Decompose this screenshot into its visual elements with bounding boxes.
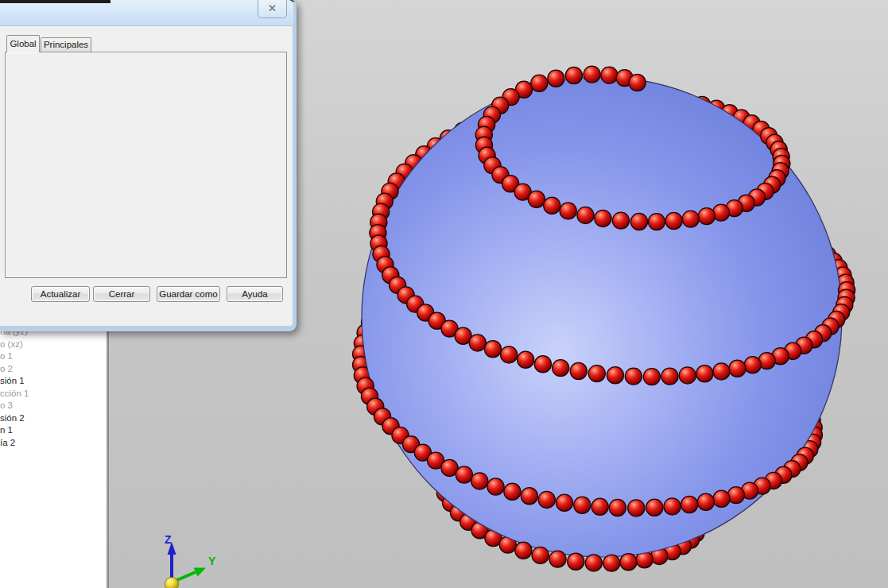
- spiral-bead: [713, 363, 730, 380]
- spiral-bead: [595, 210, 611, 226]
- spiral-bead: [532, 547, 549, 563]
- ayuda-button[interactable]: Ayuda: [227, 286, 283, 302]
- spiral-bead: [696, 366, 713, 382]
- spiral-bead: [630, 213, 647, 230]
- z-axis-label: Z: [165, 533, 172, 546]
- dialog-title-bar[interactable]: ✕: [0, 0, 293, 26]
- spiral-bead: [456, 466, 472, 483]
- spiral-bead: [607, 367, 623, 384]
- spiral-bead: [679, 367, 696, 384]
- spiral-bead: [681, 496, 698, 513]
- spiral-bead: [620, 554, 637, 571]
- guardar-como-button[interactable]: Guardar como: [157, 286, 220, 302]
- spiral-bead: [585, 555, 602, 571]
- spiral-bead: [729, 360, 746, 377]
- spiral-bead: [574, 497, 591, 513]
- spiral-bead: [713, 490, 730, 507]
- spiral-bead: [603, 555, 620, 571]
- spiral-bead: [584, 66, 600, 83]
- spiral-bead: [549, 551, 566, 567]
- orientation-triad: Z Y: [165, 533, 216, 588]
- spiral-bead: [531, 75, 548, 91]
- tab-global[interactable]: Global: [6, 35, 40, 52]
- spiral-bead: [665, 212, 682, 229]
- spiral-bead: [601, 67, 618, 83]
- spiral-bead: [612, 212, 629, 229]
- spiral-bead: [570, 362, 587, 379]
- spiral-bead: [515, 542, 532, 559]
- cerrar-button[interactable]: Cerrar: [93, 286, 150, 302]
- tab-page-global: [5, 52, 287, 278]
- spiral-bead: [727, 487, 744, 504]
- spiral-bead: [565, 67, 582, 83]
- spiral-bead: [548, 70, 564, 87]
- tree-item[interactable]: sión 1: [0, 375, 107, 388]
- spiral-bead: [484, 341, 501, 358]
- spiral-bead: [629, 74, 646, 91]
- tree-item[interactable]: o 1: [0, 350, 107, 363]
- tree-item[interactable]: ía 2: [0, 437, 107, 450]
- spiral-bead: [568, 553, 584, 570]
- spiral-bead: [697, 493, 714, 510]
- actualizar-button[interactable]: Actualizar: [31, 286, 90, 302]
- tab-principales[interactable]: Principales: [41, 37, 91, 52]
- spiral-bead: [643, 369, 660, 385]
- spiral-bead: [538, 491, 555, 508]
- spiral-bead: [504, 483, 521, 500]
- tree-item[interactable]: o 2: [0, 363, 107, 376]
- spiral-bead: [469, 335, 486, 351]
- spiral-bead: [518, 351, 534, 368]
- spiral-bead: [560, 203, 576, 219]
- y-axis-label: Y: [208, 555, 216, 567]
- spiral-bead: [588, 366, 605, 382]
- spiral-bead: [471, 473, 488, 489]
- spiral-bead: [664, 498, 681, 515]
- tree-item[interactable]: sión 2: [0, 412, 107, 425]
- spiral-bead: [501, 346, 518, 363]
- tree-item[interactable]: cción 1: [0, 388, 107, 400]
- spiral-bead: [661, 368, 678, 385]
- spiral-bead: [556, 494, 572, 511]
- spiral-bead: [577, 207, 594, 223]
- spiral-bead: [534, 356, 551, 373]
- origin-ball: [165, 578, 179, 588]
- spiral-bead: [544, 197, 560, 214]
- spiral-bead: [591, 498, 608, 515]
- spiral-bead: [553, 360, 569, 377]
- application-window: Z Y na (yz) o (xz) o 1 o 2 sión 1 cción …: [0, 0, 888, 588]
- top-edge-strip: [0, 0, 111, 3]
- spiral-bead: [698, 208, 715, 225]
- spiral-bead: [628, 500, 645, 516]
- spiral-bead: [648, 214, 665, 230]
- close-button[interactable]: ✕: [258, 0, 287, 18]
- spiral-bead: [521, 488, 537, 505]
- tree-item[interactable]: o 3: [0, 400, 107, 412]
- spiral-bead: [487, 478, 504, 495]
- tree-item[interactable]: o (xz): [0, 338, 107, 351]
- spiral-bead: [625, 368, 642, 385]
- spiral-bead: [646, 499, 663, 516]
- spiral-bead: [609, 499, 626, 516]
- close-icon: ✕: [268, 2, 277, 14]
- mass-properties-dialog: ✕ Global Principales Masa: Volumen: Área…: [0, 0, 297, 331]
- spiral-bead: [682, 211, 699, 227]
- spiral-bead: [744, 357, 761, 373]
- tree-item[interactable]: n 1: [0, 424, 107, 437]
- spiral-bead: [528, 191, 545, 207]
